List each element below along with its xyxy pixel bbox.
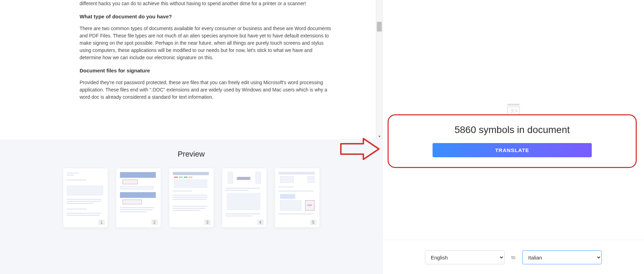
page-thumbnail[interactable]: 2 xyxy=(116,168,161,227)
doc-paragraph: Provided they're not password protected,… xyxy=(80,79,334,101)
page-number: 3 xyxy=(204,220,211,225)
symbol-count: 5860 symbols in document xyxy=(402,124,622,135)
document-viewer[interactable]: different hacks you can do to achieve th… xyxy=(0,0,382,139)
svg-text:A: A xyxy=(515,108,518,113)
page-number: 5 xyxy=(310,220,317,225)
to-label: to xyxy=(511,255,516,260)
page-thumbnail[interactable]: 4 xyxy=(222,168,266,227)
translate-card: 5860 symbols in document TRANSLATE xyxy=(388,114,637,168)
page-thumbnail[interactable]: 3 xyxy=(169,168,214,227)
source-language-select[interactable]: English xyxy=(425,250,505,264)
doc-heading: What type of document do you have? xyxy=(80,14,334,19)
doc-scrollbar-thumb[interactable] xyxy=(377,22,382,32)
language-selector-row: English to Italian xyxy=(383,240,644,264)
doc-paragraph: different hacks you can do to achieve th… xyxy=(80,0,334,7)
translate-panel: 文 A 5860 symbols in document TRANSLATE E… xyxy=(382,0,644,274)
svg-text:文: 文 xyxy=(510,108,515,113)
page-thumbnail[interactable]: PDF 5 xyxy=(275,168,319,227)
doc-paragraph: There are two common types of documents … xyxy=(80,25,334,61)
target-language-select[interactable]: Italian xyxy=(522,250,602,264)
page-number: 1 xyxy=(98,220,105,225)
doc-heading: Document files for signature xyxy=(80,68,334,73)
page-number: 2 xyxy=(151,220,158,225)
svg-rect-0 xyxy=(507,104,519,106)
page-thumbnail[interactable]: 1 xyxy=(63,168,108,227)
arrow-annotation-icon xyxy=(339,137,381,161)
preview-title: Preview xyxy=(0,150,382,159)
page-number: 4 xyxy=(257,220,264,225)
preview-section: Preview 1 xyxy=(0,139,382,274)
doc-scrollbar[interactable]: ▾ xyxy=(376,0,382,139)
translate-button[interactable]: TRANSLATE xyxy=(433,143,592,157)
